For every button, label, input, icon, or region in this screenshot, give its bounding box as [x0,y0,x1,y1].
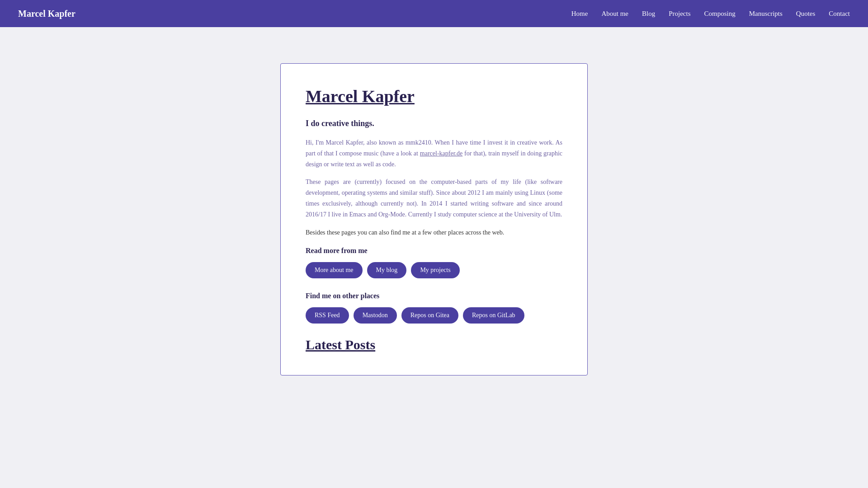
nav-composing[interactable]: Composing [704,10,735,18]
nav-contact[interactable]: Contact [829,10,850,18]
more-about-me-button[interactable]: More about me [306,262,363,278]
intro-paragraph-1: Hi, I'm Marcel Kapfer, also known as mmk… [306,137,562,169]
main-container: Marcel Kapfer I do creative things. Hi, … [0,27,868,412]
intro-paragraph-2: These pages are (currently) focused on t… [306,177,562,220]
nav-projects[interactable]: Projects [669,10,690,18]
latest-posts-heading: Latest Posts [306,337,562,352]
read-more-buttons: More about me My blog My projects [306,262,562,278]
nav-about-me[interactable]: About me [601,10,628,18]
nav-manuscripts[interactable]: Manuscripts [749,10,783,18]
intro-paragraph-3: Besides these pages you can also find me… [306,227,562,238]
content-card: Marcel Kapfer I do creative things. Hi, … [280,63,588,375]
page-heading: Marcel Kapfer [306,86,562,106]
rss-feed-button[interactable]: RSS Feed [306,307,349,324]
site-title: Marcel Kapfer [18,9,75,19]
my-blog-button[interactable]: My blog [367,262,407,278]
site-header: Marcel Kapfer Home About me Blog Project… [0,0,868,27]
repos-gitlab-button[interactable]: Repos on GitLab [463,307,524,324]
repos-gitea-button[interactable]: Repos on Gitea [401,307,458,324]
find-me-heading: Find me on other places [306,292,562,300]
nav-quotes[interactable]: Quotes [796,10,816,18]
nav-home[interactable]: Home [571,10,588,18]
nav-blog[interactable]: Blog [642,10,655,18]
marcel-kapfer-link[interactable]: marcel-kapfer.de [420,150,462,157]
mastodon-button[interactable]: Mastodon [354,307,397,324]
read-more-heading: Read more from me [306,247,562,255]
main-nav: Home About me Blog Projects Composing Ma… [571,10,850,18]
subtitle: I do creative things. [306,119,562,128]
find-me-buttons: RSS Feed Mastodon Repos on Gitea Repos o… [306,307,562,324]
my-projects-button[interactable]: My projects [411,262,459,278]
